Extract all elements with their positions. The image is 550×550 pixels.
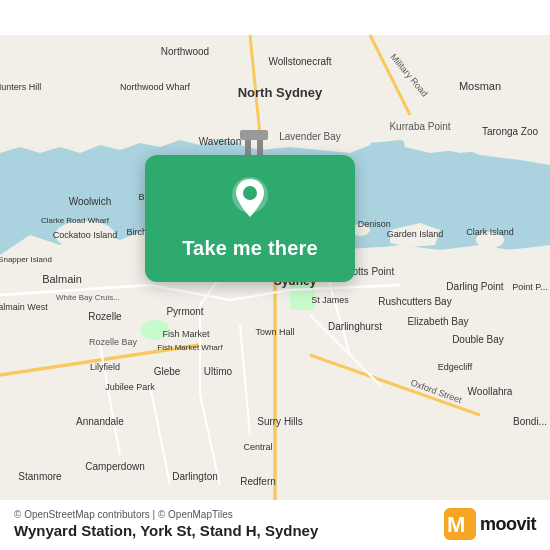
svg-text:Elizabeth Bay: Elizabeth Bay — [407, 316, 468, 327]
svg-text:Redfern: Redfern — [240, 476, 276, 487]
location-pin-icon — [224, 173, 276, 225]
svg-text:Kurraba Point: Kurraba Point — [389, 121, 450, 132]
svg-text:Town Hall: Town Hall — [255, 327, 294, 337]
moovit-text: moovit — [480, 514, 536, 535]
svg-text:Fish Market Wharf: Fish Market Wharf — [157, 343, 223, 352]
svg-text:Point P...: Point P... — [512, 282, 547, 292]
svg-text:Pyrmont: Pyrmont — [166, 306, 203, 317]
svg-text:Lilyfield: Lilyfield — [90, 362, 120, 372]
moovit-m-icon: M — [444, 508, 476, 540]
station-name: Wynyard Station, York St, Stand H, Sydne… — [14, 522, 318, 539]
svg-text:Stanmore: Stanmore — [18, 471, 62, 482]
svg-text:Mosman: Mosman — [459, 80, 501, 92]
svg-text:Ultimo: Ultimo — [204, 366, 233, 377]
map-container: North Sydney Mosman Taronga Zoo Lavender… — [0, 0, 550, 550]
svg-text:Snapper Island: Snapper Island — [0, 255, 52, 264]
svg-text:Woollahra: Woollahra — [468, 386, 513, 397]
svg-text:White Bay Cruis...: White Bay Cruis... — [56, 293, 120, 302]
svg-text:Lavender Bay: Lavender Bay — [279, 131, 341, 142]
svg-text:Camperdown: Camperdown — [85, 461, 144, 472]
svg-text:Rozelle Bay: Rozelle Bay — [89, 337, 138, 347]
svg-rect-92 — [240, 130, 268, 140]
svg-text:Hunters Hill: Hunters Hill — [0, 82, 41, 92]
svg-text:M: M — [447, 512, 465, 537]
svg-text:Clarke Road Wharf: Clarke Road Wharf — [41, 216, 110, 225]
svg-text:Darlington: Darlington — [172, 471, 218, 482]
svg-text:North Sydney: North Sydney — [238, 85, 323, 100]
svg-text:Balmain West: Balmain West — [0, 302, 48, 312]
take-me-there-card: Take me there — [145, 155, 355, 282]
svg-text:Taronga Zoo: Taronga Zoo — [482, 126, 539, 137]
svg-text:Garden Island: Garden Island — [387, 229, 444, 239]
take-me-there-button[interactable]: Take me there — [182, 237, 318, 260]
svg-text:Wollstonecraft: Wollstonecraft — [268, 56, 331, 67]
svg-text:Annandale: Annandale — [76, 416, 124, 427]
svg-point-95 — [243, 186, 257, 200]
svg-text:Woolwich: Woolwich — [69, 196, 112, 207]
svg-text:Darling Point: Darling Point — [446, 281, 503, 292]
svg-text:Double Bay: Double Bay — [452, 334, 504, 345]
moovit-logo: M moovit — [444, 508, 536, 540]
svg-text:Clark Island: Clark Island — [466, 227, 514, 237]
svg-text:Central: Central — [243, 442, 272, 452]
bottom-left: © OpenStreetMap contributors | © OpenMap… — [14, 509, 318, 539]
svg-text:St James: St James — [311, 295, 349, 305]
svg-text:Cockatoo Island: Cockatoo Island — [53, 230, 118, 240]
svg-text:Rushcutters Bay: Rushcutters Bay — [378, 296, 451, 307]
svg-text:Edgecliff: Edgecliff — [438, 362, 473, 372]
svg-text:Darlinghurst: Darlinghurst — [328, 321, 382, 332]
svg-text:Northwood: Northwood — [161, 46, 209, 57]
svg-text:Fish Market: Fish Market — [162, 329, 210, 339]
svg-text:Glebe: Glebe — [154, 366, 181, 377]
svg-text:Waverton: Waverton — [199, 136, 241, 147]
svg-text:Northwood Wharf: Northwood Wharf — [120, 82, 191, 92]
svg-text:Bondi...: Bondi... — [513, 416, 547, 427]
svg-text:Rozelle: Rozelle — [88, 311, 122, 322]
svg-text:Balmain: Balmain — [42, 273, 82, 285]
attribution-text: © OpenStreetMap contributors | © OpenMap… — [14, 509, 318, 520]
bottom-bar: © OpenStreetMap contributors | © OpenMap… — [0, 500, 550, 550]
svg-text:Jubilee Park: Jubilee Park — [105, 382, 155, 392]
svg-text:Surry Hills: Surry Hills — [257, 416, 303, 427]
